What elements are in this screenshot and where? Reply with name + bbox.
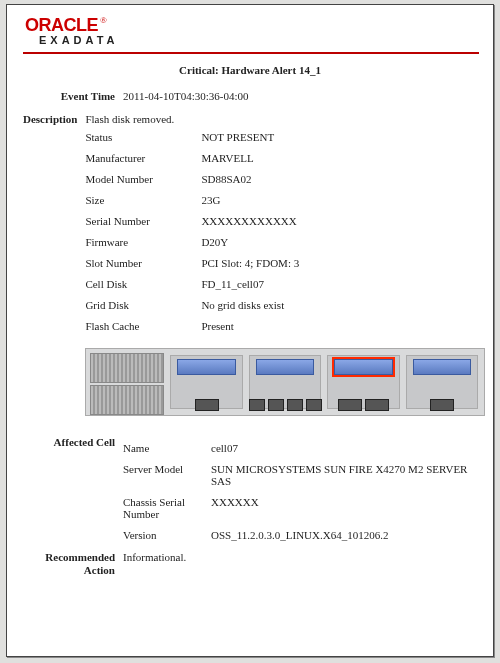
server-rear-illustration (85, 348, 485, 416)
kv-value: MARVELL (201, 152, 485, 164)
logo-block: ORACLE® EXADATA (23, 15, 479, 54)
kv-key: Firmware (85, 236, 201, 248)
affected-cell-content: Namecell07Server ModelSUN MICROSYSTEMS S… (123, 436, 477, 541)
kv-value: SD88SA02 (201, 173, 485, 185)
recommended-action-section: Recommended Action Informational. (23, 551, 477, 577)
recommended-action-label: Recommended Action (23, 551, 123, 577)
kv-key: Slot Number (85, 257, 201, 269)
event-time-section: Event Time 2011-04-10T04:30:36-04:00 (23, 90, 477, 103)
pcie-card-icon (177, 359, 236, 375)
psu-1-icon (90, 353, 164, 383)
kv-value: XXXXXX (211, 496, 477, 520)
recommended-action-value: Informational. (123, 551, 477, 577)
description-content: Flash disk removed. StatusNOT PRESENTMan… (85, 113, 485, 426)
kv-key: Chassis Serial Number (123, 496, 211, 520)
kv-value: cell07 (211, 442, 477, 454)
alert-report-page: ORACLE® EXADATA Critical: Hardware Alert… (6, 4, 494, 657)
kv-value: SUN MICROSYSTEMS SUN FIRE X4270 M2 SERVE… (211, 463, 477, 487)
description-line: Flash disk removed. (85, 113, 485, 125)
kv-value: FD_11_cell07 (201, 278, 485, 290)
kv-key: Status (85, 131, 201, 143)
kv-value: 23G (201, 194, 485, 206)
kv-value: PCI Slot: 4; FDOM: 3 (201, 257, 485, 269)
kv-key: Flash Cache (85, 320, 201, 332)
registered-mark: ® (100, 15, 107, 25)
affected-cell-label: Affected Cell (23, 436, 123, 541)
port-strip (170, 397, 478, 411)
alert-title: Critical: Hardware Alert 14_1 (23, 64, 477, 76)
kv-key: Cell Disk (85, 278, 201, 290)
kv-value: XXXXXXXXXXXX (201, 215, 485, 227)
kv-key: Model Number (85, 173, 201, 185)
details-table: StatusNOT PRESENTManufacturerMARVELLMode… (85, 131, 485, 332)
kv-key: Size (85, 194, 201, 206)
kv-value: D20Y (201, 236, 485, 248)
oracle-logo-text: ORACLE (25, 15, 98, 35)
description-label: Description (23, 113, 85, 426)
description-section: Description Flash disk removed. StatusNO… (23, 113, 477, 426)
pcie-card-icon (334, 359, 393, 375)
kv-key: Serial Number (85, 215, 201, 227)
brand-row: ORACLE® (25, 15, 479, 36)
kv-value: Present (201, 320, 485, 332)
kv-value: No grid disks exist (201, 299, 485, 311)
kv-key: Server Model (123, 463, 211, 487)
kv-key: Grid Disk (85, 299, 201, 311)
kv-value: NOT PRESENT (201, 131, 485, 143)
event-time-value: 2011-04-10T04:30:36-04:00 (123, 90, 477, 103)
psu-2-icon (90, 385, 164, 415)
kv-value: OSS_11.2.0.3.0_LINUX.X64_101206.2 (211, 529, 477, 541)
affected-cell-section: Affected Cell Namecell07Server ModelSUN … (23, 436, 477, 541)
event-time-label: Event Time (23, 90, 123, 103)
pcie-card-icon (413, 359, 472, 375)
product-name: EXADATA (39, 34, 479, 46)
kv-key: Name (123, 442, 211, 454)
kv-key: Manufacturer (85, 152, 201, 164)
pcie-card-icon (256, 359, 315, 375)
affected-cell-table: Namecell07Server ModelSUN MICROSYSTEMS S… (123, 442, 477, 541)
kv-key: Version (123, 529, 211, 541)
